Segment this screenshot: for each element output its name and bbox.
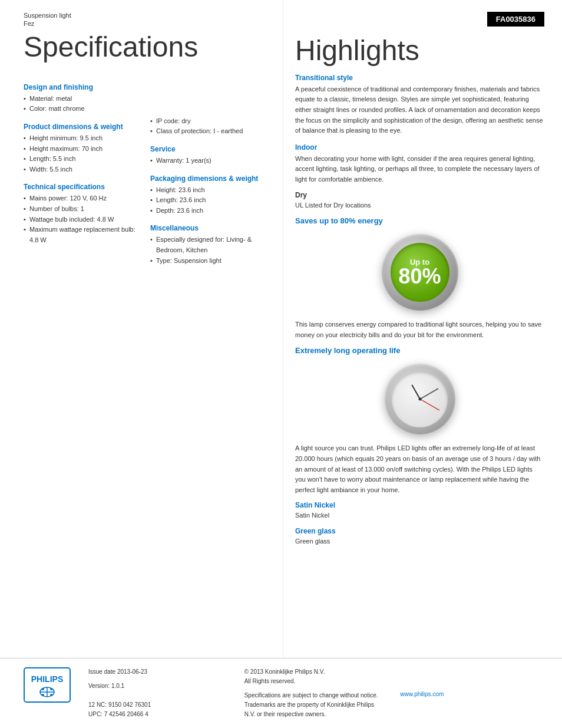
philips-logo: PHILIPS bbox=[24, 667, 71, 704]
list-item: Color: matt chrome bbox=[24, 104, 138, 114]
green-glass-text: Green glass bbox=[295, 536, 544, 547]
rights-text: All Rights reserved. bbox=[244, 677, 383, 686]
list-item: Depth: 23.6 inch bbox=[150, 206, 265, 216]
list-item: Height maximum: 70 inch bbox=[24, 144, 138, 154]
clock-container bbox=[295, 364, 544, 434]
energy-badge-inner: Up to 80% bbox=[391, 243, 449, 302]
list-item: Height minimum: 9.5 inch bbox=[24, 133, 138, 144]
transitional-text: A peaceful coexistence of traditional an… bbox=[295, 84, 544, 136]
footer: PHILIPS Issue date 2013-06-23 Version: 1… bbox=[0, 658, 562, 728]
svg-text:PHILIPS: PHILIPS bbox=[31, 674, 63, 684]
indoor-text: When decorating your home with light, co… bbox=[295, 154, 544, 185]
list-item: Wattage bulb included: 4.8 W bbox=[24, 215, 138, 225]
dry-heading: Dry bbox=[295, 191, 544, 199]
copyright-text: © 2013 Koninklijke Philips N.V. bbox=[244, 667, 383, 677]
page: Suspension light Fez Specifications Desi… bbox=[0, 0, 562, 728]
product-name: Fez bbox=[24, 20, 265, 27]
left-panel: Suspension light Fez Specifications Desi… bbox=[0, 0, 283, 658]
list-item: Maximum wattage replacement bulb: 4.8 W bbox=[24, 225, 138, 245]
footer-dates: Issue date 2013-06-23 Version: 1.0.1 12 … bbox=[88, 667, 227, 719]
dry-text: UL Listed for Dry locations bbox=[295, 200, 544, 211]
misc-heading: Miscellaneous bbox=[150, 224, 265, 232]
energy-badge-container: Up to 80% bbox=[295, 234, 544, 311]
service-list: Warranty: 1 year(s) bbox=[150, 156, 265, 166]
footer-copyright: © 2013 Koninklijke Philips N.V. All Righ… bbox=[244, 667, 383, 719]
packaging-list: Height: 23.6 inch Length: 23.6 inch Dept… bbox=[150, 185, 265, 216]
issue-date: Issue date 2013-06-23 bbox=[88, 667, 227, 677]
ip-list: IP code: dry Class of protection: I - ea… bbox=[150, 116, 265, 137]
saves-heading: Saves up to 80% energy bbox=[295, 216, 544, 225]
dimensions-heading: Product dimensions & weight bbox=[24, 123, 138, 131]
website-link[interactable]: www.philips.com bbox=[400, 691, 538, 697]
clock-face bbox=[392, 371, 448, 427]
clock-minute-hand bbox=[419, 388, 438, 400]
indoor-heading: Indoor bbox=[295, 143, 544, 151]
list-item: Warranty: 1 year(s) bbox=[150, 156, 265, 166]
clock-center bbox=[418, 398, 421, 401]
list-item: Length: 5.5 inch bbox=[24, 154, 138, 164]
satin-heading: Satin Nickel bbox=[295, 501, 544, 509]
badge-row: FA0035836 bbox=[295, 12, 544, 32]
clock bbox=[385, 364, 455, 434]
energy-badge: Up to 80% bbox=[382, 234, 458, 311]
product-type: Suspension light bbox=[24, 12, 265, 19]
spec-notice: Specifications are subject to change wit… bbox=[244, 691, 383, 719]
footer-website: www.philips.com bbox=[400, 667, 538, 697]
energy-percent-text: 80% bbox=[398, 266, 441, 287]
nc-label: 12 NC: 9150 042 76301 bbox=[88, 700, 227, 710]
list-item: Especially designed for: Living- & Bedro… bbox=[150, 235, 265, 255]
list-item: Number of bulbs: 1 bbox=[24, 204, 138, 215]
packaging-heading: Packaging dimensions & weight bbox=[150, 174, 265, 183]
list-item: Mains power: 120 V, 60 Hz bbox=[24, 193, 138, 204]
service-heading: Service bbox=[150, 145, 265, 153]
list-item: IP code: dry bbox=[150, 116, 265, 127]
product-badge: FA0035836 bbox=[487, 12, 544, 27]
green-glass-heading: Green glass bbox=[295, 527, 544, 535]
list-item: Type: Suspension light bbox=[150, 256, 265, 266]
design-list: Material: metal Color: matt chrome bbox=[24, 94, 138, 114]
energy-text: This lamp conserves energy compared to t… bbox=[295, 319, 544, 340]
svg-point-8 bbox=[50, 694, 52, 696]
list-item: Class of protection: I - earthed bbox=[150, 126, 265, 137]
clock-second-hand bbox=[419, 399, 439, 411]
list-item: Material: metal bbox=[24, 94, 138, 104]
list-item: Height: 23.6 inch bbox=[150, 185, 265, 196]
right-panel: FA0035836 Highlights Transitional style … bbox=[283, 0, 562, 658]
main-content: Suspension light Fez Specifications Desi… bbox=[0, 0, 562, 658]
misc-list: Especially designed for: Living- & Bedro… bbox=[150, 235, 265, 266]
operating-heading: Extremely long operating life bbox=[295, 346, 544, 355]
svg-point-6 bbox=[50, 688, 52, 690]
technical-list: Mains power: 120 V, 60 Hz Number of bulb… bbox=[24, 193, 138, 245]
dimensions-list: Height minimum: 9.5 inch Height maximum:… bbox=[24, 133, 138, 174]
version: Version: 1.0.1 bbox=[88, 681, 227, 691]
list-item: Width: 5.5 inch bbox=[24, 164, 138, 175]
highlights-title: Highlights bbox=[295, 35, 544, 67]
upc-label: UPC: 7 42546 20466 4 bbox=[88, 710, 227, 719]
operating-text: A light source you can trust. Philips LE… bbox=[295, 443, 544, 495]
transitional-heading: Transitional style bbox=[295, 74, 544, 82]
svg-point-5 bbox=[42, 688, 44, 690]
svg-point-7 bbox=[42, 694, 44, 696]
design-heading: Design and finishing bbox=[24, 83, 138, 91]
satin-text: Satin Nickel bbox=[295, 510, 544, 521]
list-item: Length: 23.6 inch bbox=[150, 195, 265, 206]
technical-heading: Technical specifications bbox=[24, 183, 138, 191]
page-title: Specifications bbox=[24, 32, 265, 63]
